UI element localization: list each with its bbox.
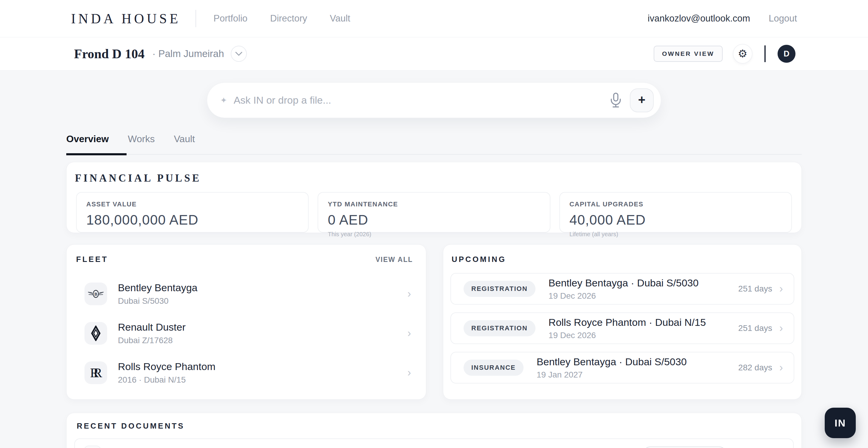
stat-card-capital-upgrades: CAPITAL UPGRADES 40,000 AED Lifetime (al… [559,192,792,233]
header-divider [765,46,766,62]
upcoming-item-title: Bentley Bentayga · Dubai S/5030 [549,277,699,289]
upcoming-badge: INSURANCE [464,360,524,376]
property-switcher-button[interactable] [231,46,247,62]
main-content: Overview Works Vault FINANCIAL PULSE ASS… [0,133,868,448]
upcoming-item-date: 19 Jan 2027 [537,370,687,380]
stat-value: 180,000,000 AED [86,212,299,228]
upcoming-item-date: 19 Dec 2026 [549,291,699,301]
recent-documents-title: RECENT DOCUMENTS [77,421,794,431]
financial-pulse-title: FINANCIAL PULSE [75,172,793,184]
settings-button[interactable]: ⚙ [733,44,752,64]
nav-item-directory[interactable]: Directory [270,13,307,24]
stat-card-asset-value: ASSET VALUE 180,000,000 AED [76,192,309,233]
ask-search-bar: ✦ + [207,83,661,118]
main-nav: Portfolio Directory Vault [213,13,350,24]
upcoming-days: 251 days [738,284,772,294]
upcoming-row-registration-rolls[interactable]: REGISTRATION Rolls Royce Phantom · Dubai… [451,312,794,344]
fleet-row-rolls-royce[interactable]: RR Rolls Royce Phantom 2016 · Dubai N/15… [76,356,414,389]
fleet-view-all-link[interactable]: VIEW ALL [375,256,413,264]
document-icon-tile [84,446,101,448]
fleet-item-name: Rolls Royce Phantom [118,361,216,372]
fleet-item-name: Bentley Bentayga [118,282,197,294]
stat-caption: Lifetime (all years) [569,231,782,238]
financial-pulse-section: FINANCIAL PULSE ASSET VALUE 180,000,000 … [66,162,802,233]
logo-divider [195,10,196,27]
tab-overview[interactable]: Overview [66,133,108,154]
nav-item-portfolio[interactable]: Portfolio [213,13,247,24]
chevron-right-icon: › [779,361,786,374]
upcoming-title: UPCOMING [452,255,794,264]
stat-caption: This year (2026) [328,231,540,238]
stat-label: ASSET VALUE [86,201,299,208]
avatar[interactable]: D [778,45,796,63]
chevron-down-icon [235,51,243,56]
user-email: ivankozlov@outlook.com [648,13,750,24]
recent-documents-section: RECENT DOCUMENTS Gaggenau Hausgeräte Gmb… [66,413,802,448]
upcoming-days: 251 days [738,324,772,333]
tab-works[interactable]: Works [128,133,155,154]
brand-logo: INDA HOUSE [71,11,181,27]
upcoming-row-registration-bentley[interactable]: REGISTRATION Bentley Bentayga · Dubai S/… [451,273,794,305]
fleet-row-bentley[interactable]: B Bentley Bentayga Dubai S/5030 › [76,277,414,310]
fleet-title: FLEET [76,255,108,264]
chevron-right-icon: › [779,322,786,334]
gear-icon: ⚙ [738,48,747,60]
chevron-right-icon: › [779,282,786,295]
upcoming-section: UPCOMING REGISTRATION Bentley Bentayga ·… [443,244,802,399]
upcoming-badge: REGISTRATION [464,281,535,297]
upcoming-badge: REGISTRATION [464,320,535,336]
stat-value: 0 AED [328,212,540,228]
upcoming-item-title: Rolls Royce Phantom · Dubai N/15 [549,317,706,328]
mic-button[interactable] [610,93,621,108]
fleet-item-detail: Dubai S/5030 [118,296,197,306]
bentley-logo: B [85,282,107,305]
ask-input[interactable] [234,94,610,106]
property-title: Frond D 104 [74,46,145,62]
owner-view-badge[interactable]: OWNER VIEW [654,46,723,62]
document-type-badge: EQUIPMENT LABEL [643,447,726,448]
logout-button[interactable]: Logout [769,13,797,24]
renault-logo [85,322,107,345]
sparkle-icon: ✦ [220,96,227,105]
fleet-row-renault[interactable]: Renault Duster Dubai Z/17628 › [76,317,414,350]
chevron-right-icon: › [407,288,414,300]
upcoming-item-title: Bentley Bentayga · Dubai S/5030 [537,356,687,368]
top-bar: INDA HOUSE Portfolio Directory Vault iva… [0,0,868,37]
stat-card-ytd-maintenance: YTD MAINTENANCE 0 AED This year (2026) [318,192,550,233]
fleet-item-detail: 2016 · Dubai N/15 [118,375,216,385]
stat-label: CAPITAL UPGRADES [569,201,782,208]
tab-vault[interactable]: Vault [174,133,195,154]
chevron-right-icon: › [407,327,414,339]
microphone-icon [610,93,621,108]
svg-text:B: B [94,292,97,297]
rolls-royce-logo: RR [85,361,107,384]
property-bar: Frond D 104 · Palm Jumeirah OWNER VIEW ⚙… [0,37,868,70]
tab-bar: Overview Works Vault [66,133,802,155]
nav-item-vault[interactable]: Vault [330,13,350,24]
document-row[interactable]: Gaggenau Hausgeräte GmbH — EQUIPMENT LAB… [74,439,794,448]
upcoming-days: 282 days [738,363,772,372]
stat-value: 40,000 AED [569,212,782,228]
plus-icon: + [638,93,646,106]
property-location: · Palm Jumeirah [152,48,224,59]
fleet-item-name: Renault Duster [118,321,186,333]
fleet-item-detail: Dubai Z/17628 [118,336,186,345]
stat-caption [86,231,299,237]
fleet-section: FLEET VIEW ALL B Bentley Bentayga [66,244,426,399]
assistant-fab-button[interactable]: IN [825,408,856,438]
add-file-button[interactable]: + [630,88,654,112]
stat-label: YTD MAINTENANCE [328,201,540,208]
upcoming-row-insurance-bentley[interactable]: INSURANCE Bentley Bentayga · Dubai S/503… [451,352,794,384]
upcoming-item-date: 19 Dec 2026 [549,331,706,340]
chevron-right-icon: › [407,366,414,379]
